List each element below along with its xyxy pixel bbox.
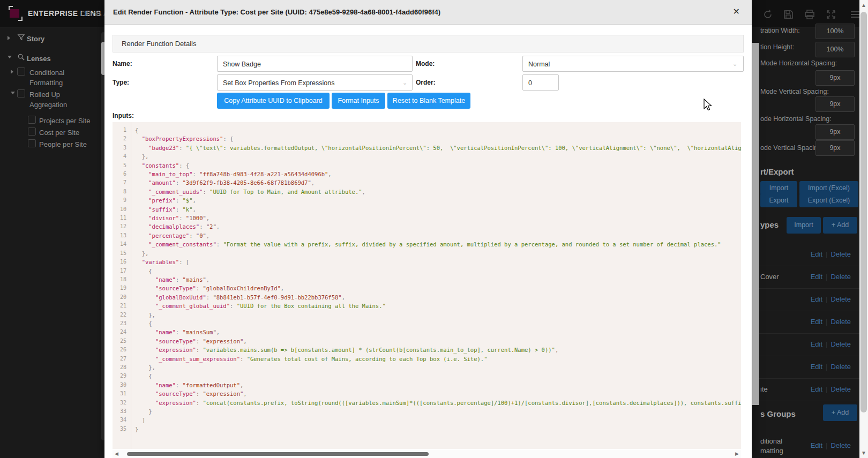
code-line[interactable]: 19 "sourceType": "globalBoxChildrenById"… — [113, 284, 741, 292]
edit-link[interactable]: Edit — [811, 340, 822, 348]
code-line[interactable]: 10 "suffix": "k", — [113, 205, 741, 214]
code-line[interactable]: 32 "expression": "concat(constants.prefi… — [113, 399, 741, 407]
code-line[interactable]: 25 "sourceType": "expression", — [113, 337, 741, 346]
edit-link[interactable]: Edit — [811, 385, 822, 393]
modal-scrollbar-thumb[interactable] — [752, 43, 759, 405]
print-icon[interactable] — [804, 9, 815, 20]
mode-select[interactable]: Normal — [522, 56, 744, 72]
code-line[interactable]: 15 }, — [113, 249, 741, 258]
code-line[interactable]: 27 "_comment_sum_expression": "Generates… — [113, 355, 741, 363]
delete-link[interactable]: Delete — [830, 273, 851, 281]
expand-icon[interactable] — [825, 9, 837, 20]
mode-label: Mode: — [416, 60, 435, 67]
code-line[interactable]: 7 "amount": "3d9f62f9-fb38-4205-8e66-68f… — [113, 178, 741, 187]
code-line[interactable]: 30 "name": "formattedOutput", — [113, 381, 741, 389]
code-line[interactable]: 6 "main_to_top": "ff8a748b-d983-4f28-a22… — [113, 170, 741, 178]
code-line[interactable]: 22 }, — [113, 311, 741, 319]
edit-link[interactable]: Edit — [811, 250, 822, 258]
type-select[interactable]: Set Box Properties From Expressions — [217, 74, 413, 91]
types-add-button[interactable]: + Add — [823, 217, 857, 234]
line-number: 33 — [113, 407, 131, 416]
delete-link[interactable]: Delete — [830, 441, 851, 449]
height-input[interactable]: 100% — [815, 42, 855, 57]
copy-uuid-button[interactable]: Copy Attribute UUID to Clipboard — [217, 93, 330, 109]
code-line[interactable]: 5 "constants": { — [113, 161, 741, 170]
delete-link[interactable]: Delete — [830, 250, 851, 258]
scroll-up-icon[interactable]: ▲ — [859, 2, 868, 8]
code-line[interactable]: 13 "percentage": "0", — [113, 231, 741, 240]
edit-link[interactable]: Edit — [811, 441, 822, 449]
delete-link[interactable]: Delete — [830, 318, 851, 326]
code-line[interactable]: 16 "variables": [ — [113, 258, 741, 266]
width-input[interactable]: 100% — [815, 24, 855, 39]
code-line[interactable]: 3 "badge23": "{ \"text\": variables.form… — [113, 144, 741, 152]
code-line[interactable]: 12 "decimalplaces": "2", — [113, 222, 741, 231]
edit-link[interactable]: Edit — [811, 363, 822, 371]
code-line[interactable]: 21 "_comment_global_uuid": "UUID for the… — [113, 302, 741, 310]
code-line[interactable]: 23 { — [113, 319, 741, 328]
save-icon[interactable] — [782, 9, 794, 20]
page-scrollbar-thumb[interactable] — [860, 12, 867, 412]
edit-link[interactable]: Edit — [811, 295, 822, 303]
delete-link[interactable]: Delete — [830, 385, 851, 393]
spacing-input[interactable]: 9px — [815, 140, 855, 156]
code-line[interactable]: 34 ] — [113, 416, 741, 424]
code-line[interactable]: 20 "globalBoxUuid": "8b841eb1-b57f-4ef0-… — [113, 293, 741, 302]
checkbox[interactable] — [28, 127, 36, 136]
code-line[interactable]: 28 }, — [113, 363, 741, 372]
name-input[interactable]: Show Badge — [217, 56, 413, 72]
delete-link[interactable]: Delete — [830, 363, 851, 371]
delete-link[interactable]: Delete — [830, 295, 851, 303]
line-number: 16 — [113, 258, 131, 266]
spacing-input[interactable]: 9px — [815, 70, 855, 86]
code-line[interactable]: 2 "boxPropertyExpressions": { — [113, 134, 741, 143]
checkbox[interactable] — [17, 89, 25, 97]
json-code-editor[interactable]: 1{2 "boxPropertyExpressions": {3 "badge2… — [113, 122, 741, 449]
groups-add-button[interactable]: + Add — [823, 404, 857, 421]
checkbox[interactable] — [17, 67, 25, 76]
types-import-button[interactable]: Import — [787, 217, 821, 234]
reset-template-button[interactable]: Reset to Blank Template — [387, 93, 470, 109]
caret-right-icon[interactable] — [11, 70, 13, 74]
order-input[interactable]: 0 — [522, 74, 559, 91]
caret-down-icon[interactable] — [8, 56, 12, 58]
code-line[interactable]: 4 }, — [113, 152, 741, 161]
code-line[interactable]: 29 { — [113, 372, 741, 380]
edit-link[interactable]: Edit — [811, 318, 822, 326]
caret-down-icon[interactable] — [11, 92, 15, 94]
code-line[interactable]: 33 } — [113, 407, 741, 416]
scroll-left-icon[interactable]: ◀ — [115, 451, 118, 456]
code-line[interactable]: 11 "divisor": "1000", — [113, 214, 741, 222]
scroll-down-icon[interactable]: ▼ — [859, 450, 868, 456]
table-row: iteEdit|Delete — [752, 379, 859, 401]
refresh-icon[interactable] — [762, 9, 774, 20]
checkbox[interactable] — [28, 139, 36, 147]
code-line[interactable]: 18 "name": "mains", — [113, 275, 741, 284]
group-row-label: matting — [760, 447, 783, 455]
code-line[interactable]: 24 "name": "mainsSum", — [113, 328, 741, 336]
delete-link[interactable]: Delete — [830, 340, 851, 348]
edit-link[interactable]: Edit — [811, 273, 822, 281]
code-line[interactable]: 31 "sourceType": "expression", — [113, 389, 741, 398]
breadcrumb[interactable]: Clients / — [80, 10, 106, 18]
code-line[interactable]: 26 "expression": "variables.mains.sum(b … — [113, 346, 741, 354]
code-text: "prefix": "$", — [131, 196, 196, 205]
code-line[interactable]: 35} — [113, 425, 741, 433]
format-inputs-button[interactable]: Format Inputs — [332, 93, 385, 109]
code-line[interactable]: 8 "_comment_uuids": "UUID for Top to Mai… — [113, 187, 741, 196]
checkbox[interactable] — [28, 116, 36, 124]
export-excel-button[interactable]: Export (Excel) — [799, 193, 858, 207]
close-icon[interactable]: ✕ — [733, 7, 740, 17]
export-button[interactable]: Export — [760, 193, 797, 207]
spacing-input[interactable]: 9px — [815, 96, 855, 112]
dialog-title: Edit Render Function - Attribute Type: C… — [113, 8, 440, 16]
scroll-right-icon[interactable]: ▶ — [735, 451, 739, 456]
editor-hscrollbar-thumb[interactable] — [127, 452, 429, 456]
code-line[interactable]: 17 { — [113, 267, 741, 275]
code-line[interactable]: 9 "prefix": "$", — [113, 196, 741, 205]
caret-right-icon[interactable] — [8, 36, 10, 40]
spacing-input[interactable]: 9px — [815, 124, 855, 140]
code-line[interactable]: 14 "_comment_constants": "Format the val… — [113, 240, 741, 249]
type-label: Type: — [113, 79, 129, 86]
code-line[interactable]: 1{ — [113, 126, 741, 134]
